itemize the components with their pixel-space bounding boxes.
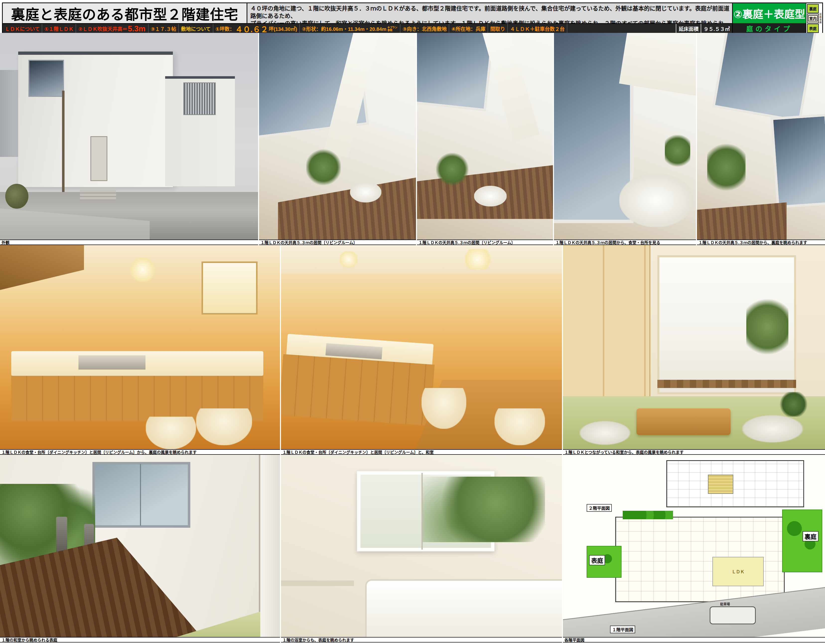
spec-ldk-3: ③１７.３帖 xyxy=(148,24,179,34)
floor-cushion-shape xyxy=(741,415,804,443)
diagram-front-garden-cell: 表庭 xyxy=(807,24,819,33)
spec-site-1-rest: 坪(134.30㎡) xyxy=(269,25,297,32)
caption-row-3: １階の和室から眺められる表庭 １階の浴室からも、表庭を眺められます 各階平面図 xyxy=(0,637,825,642)
low-table-shape xyxy=(637,408,731,435)
courtyard-plant-shape xyxy=(436,153,468,186)
photo-exterior xyxy=(0,33,258,239)
exterior-bush-shape xyxy=(5,184,28,209)
photo-living-void-4 xyxy=(697,33,825,239)
pendant-light-shape xyxy=(129,257,157,282)
spec-madori-label: 間取り xyxy=(488,24,508,34)
photo-tatami-room xyxy=(563,245,825,449)
exterior-door-shape xyxy=(90,136,107,181)
bathtub-shape xyxy=(365,579,562,637)
spec-site-2-text: ②形状：約16.06m・11.34m・20.84m xyxy=(302,25,386,32)
courtyard-window-shape xyxy=(771,114,825,208)
photo-kitchen-dining-1 xyxy=(0,245,280,449)
plan-parking-label: 駐車場 xyxy=(720,601,730,606)
dining-chair-shape xyxy=(146,417,196,449)
photo-kitchen-dining-2 xyxy=(281,245,562,449)
photo-caption: １階ＬＤＫの天井高５.３ｍの居間〔リビングルーム〕 xyxy=(417,239,553,245)
photo-caption: １階ＬＤＫの食堂・台所〔ダイニングキッチン〕と居間〔リビングルーム〕から、裏庭の… xyxy=(0,449,280,455)
spec-floor-area-label: 延床面積 xyxy=(676,24,701,34)
flyer-page: 裏庭と表庭のある都市型２階建住宅 ４０坪の角地に建つ、１階に吹抜天井高５．３ｍの… xyxy=(0,0,825,644)
spec-site-4: ④所在地：兵庫 xyxy=(449,24,488,34)
courtyard-table-shape xyxy=(474,186,507,207)
plan-1f-outline: ＬＤＫ xyxy=(615,517,785,602)
courtyard-tree-shape xyxy=(707,141,746,194)
photo-caption: １階の和室から眺められる表庭 xyxy=(0,637,280,642)
kitchen-sink-shape xyxy=(79,355,146,369)
plan-car-shape xyxy=(710,606,756,624)
spec-spacer xyxy=(567,24,676,34)
spec-ldk-1: ①１階ＬＤＫ xyxy=(42,24,76,34)
ceiling-shape xyxy=(281,245,562,274)
photo-row-1 xyxy=(0,33,825,239)
plan-ldk-room: ＬＤＫ xyxy=(712,557,764,586)
photo-caption: 各階平面図 xyxy=(563,637,825,642)
spec-site-2-note: ※プラン参照 xyxy=(387,26,398,32)
window-ledge-shape xyxy=(281,581,354,586)
photo-living-void-3 xyxy=(554,33,696,239)
window-sash-shape xyxy=(422,473,423,549)
courtyard-tree-shape xyxy=(746,294,788,359)
dining-chair-shape xyxy=(494,408,545,445)
photo-living-void-1 xyxy=(259,33,416,239)
plan-front-garden-label: 表庭 xyxy=(589,555,605,565)
floor-cushion-shape xyxy=(579,421,631,445)
description-line-1: ４０坪の角地に建つ、１階に吹抜天井高５．３ｍのＬＤＫがある、都市型２階建住宅です… xyxy=(250,5,729,20)
description-box: ４０坪の角地に建つ、１階に吹抜天井高５．３ｍのＬＤＫがある、都市型２階建住宅です… xyxy=(247,3,732,23)
kitchen-window-shape xyxy=(201,261,258,315)
garden-window-shape xyxy=(93,462,190,528)
ceiling-light-shape xyxy=(461,249,494,269)
spec-floor-area-value: ９５.５３㎡ xyxy=(701,24,732,34)
spec-ldk-section: ＬＤＫについて xyxy=(3,24,42,34)
plan-tree-row-shape xyxy=(623,511,673,519)
exterior-steps-shape xyxy=(80,190,116,201)
spec-site-2: ②形状：約16.06m・11.34m・20.84m ※プラン参照 xyxy=(300,24,400,34)
spec-ldk-2-label: ②ＬＤＫ吹抜天井高＝ xyxy=(78,25,127,32)
photo-bathroom xyxy=(281,455,562,637)
caption-row-1: 外観 １階ＬＤＫの天井高５.３ｍの居間〔リビングルーム〕 １階ＬＤＫの天井高５.… xyxy=(0,239,825,245)
photo-caption: １階の浴室からも、表庭を眺められます xyxy=(281,637,562,642)
spec-site-1: ①坪数： ４０.６２ 坪(134.30㎡) xyxy=(213,24,300,34)
spec-site-1-value: ４０.６２ xyxy=(235,23,268,34)
diagram-room-cell: 室内 xyxy=(807,14,819,23)
photo-floor-plan: ２階平面図 ＬＤＫ 裏庭 表庭 駐車場 １階平面図 xyxy=(563,455,825,637)
diagram-room-label: 室内 xyxy=(808,15,817,22)
plan-1f-label: １階平面図 xyxy=(610,625,635,633)
description-line-2: プライバシーの高い表庭にして、和室と浴室からを眺められるようにしています。１階Ｌ… xyxy=(250,20,729,23)
courtyard-window-shape xyxy=(417,33,494,111)
courtyard-cushion-shape xyxy=(350,182,382,202)
window-greenery-shape xyxy=(422,477,545,542)
photo-caption: 外観 xyxy=(0,239,258,245)
page-title: 裏庭と表庭のある都市型２階建住宅 xyxy=(3,3,247,23)
window-sash-shape xyxy=(140,464,141,526)
houseplant-shape xyxy=(665,132,691,169)
exterior-pole-shape xyxy=(62,91,65,194)
spec-site-1-label: ①坪数： xyxy=(215,25,235,32)
spec-ldk-2: ②ＬＤＫ吹抜天井高＝ 5.3m xyxy=(76,24,148,34)
spec-site-section: 敷地について xyxy=(179,24,213,34)
caption-row-2: １階ＬＤＫの食堂・台所〔ダイニングキッチン〕と居間〔リビングルーム〕から、裏庭の… xyxy=(0,449,825,455)
photo-living-void-2 xyxy=(417,33,553,239)
spec-site-3: ③向き：北西角敷地 xyxy=(400,24,449,34)
photo-caption: １階ＬＤＫの天井高５.３ｍの居間〔リビングルーム〕 xyxy=(259,239,416,245)
ceiling-light-shape xyxy=(337,251,360,268)
courtyard-plant-shape xyxy=(306,149,341,186)
exterior-window-shape xyxy=(28,60,64,97)
diagram-road-label: 前面道路 xyxy=(819,3,822,34)
header-band: 裏庭と表庭のある都市型２階建住宅 ４０坪の角地に建つ、１階に吹抜天井高５．３ｍの… xyxy=(2,3,823,33)
plan-2f-outline xyxy=(666,460,804,507)
photo-front-garden xyxy=(0,455,280,637)
plan-2f-label: ２階平面図 xyxy=(587,504,612,512)
island-cabinet-shape xyxy=(281,354,435,426)
skylight-shape xyxy=(712,33,818,122)
dining-chair-shape xyxy=(422,388,466,429)
plan-back-garden-label: 裏庭 xyxy=(803,531,819,541)
exterior-louver-window-shape xyxy=(183,82,216,115)
spec-ldk-2-value: 5.3m xyxy=(128,25,145,33)
plan-stair-shape xyxy=(708,475,733,494)
photo-row-2 xyxy=(0,245,825,449)
photo-caption: １階ＬＤＫの天井高５.３ｍの居間から、裏庭を眺められます xyxy=(697,239,825,245)
